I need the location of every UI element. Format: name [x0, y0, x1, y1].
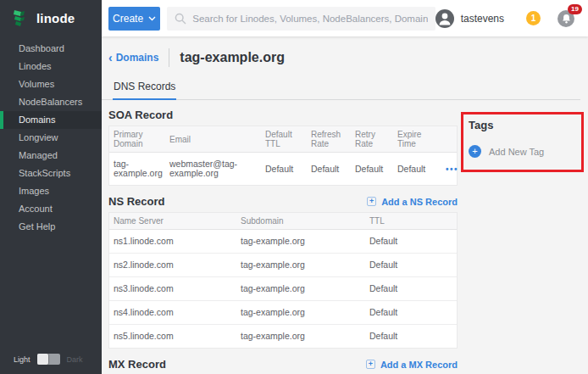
- username[interactable]: tastevens: [461, 13, 504, 25]
- soa-expire-time: Default: [393, 158, 441, 181]
- create-button[interactable]: Create: [108, 7, 160, 31]
- ns-ttl: Default: [365, 277, 457, 300]
- sidebar-nav: Dashboard Linodes Volumes NodeBalancers …: [0, 40, 102, 236]
- sidebar-item-label: Account: [19, 204, 53, 214]
- ns-name-server: ns5.linode.com: [109, 325, 236, 348]
- search-icon: [175, 13, 186, 25]
- breadcrumb: ‹ Domains tag-example.org: [108, 47, 588, 69]
- column-header: Expire Time: [393, 126, 441, 152]
- ns-subdomain: tag-example.org: [236, 254, 365, 276]
- records-column: SOA Record Primary Domain Email Default …: [108, 109, 458, 374]
- back-chevron-icon: ‹: [108, 53, 113, 63]
- sidebar-item-volumes[interactable]: Volumes: [0, 75, 102, 93]
- ns-ttl: Default: [365, 301, 457, 324]
- add-mx-record-label: Add a MX Record: [380, 360, 458, 370]
- add-mx-record-button[interactable]: + Add a MX Record: [366, 360, 458, 370]
- mx-section-header: MX Record + Add a MX Record: [108, 358, 458, 371]
- theme-toggle-knob: [37, 354, 48, 365]
- column-header: Subdomain: [236, 213, 365, 229]
- ns-subdomain: tag-example.org: [236, 301, 365, 324]
- search-input[interactable]: [192, 14, 427, 24]
- ns-section-header: NS Record + Add a NS Record: [108, 195, 458, 208]
- sidebar-item-label: Volumes: [19, 79, 54, 89]
- soa-refresh-rate: Default: [307, 158, 351, 181]
- column-header: Email: [165, 131, 261, 148]
- create-button-label: Create: [113, 13, 143, 25]
- sidebar-item-label: Managed: [19, 150, 58, 160]
- soa-table: Primary Domain Email Default TTL Refresh…: [108, 126, 458, 186]
- sidebar-item-label: Linodes: [19, 61, 52, 71]
- plus-circle-icon: +: [469, 145, 481, 158]
- sidebar-item-longview[interactable]: Longview: [0, 129, 102, 147]
- sidebar-item-stackscripts[interactable]: StackScripts: [0, 165, 102, 182]
- sidebar: linode Dashboard Linodes Volumes NodeBal…: [0, 0, 102, 374]
- theme-dark-label: Dark: [67, 355, 83, 364]
- linode-logo-icon: [11, 8, 31, 28]
- sidebar-item-get-help[interactable]: Get Help: [0, 218, 102, 236]
- topbar-right: tastevens 1 19: [435, 9, 588, 28]
- search-box[interactable]: [167, 7, 435, 31]
- soa-actions-menu-icon[interactable]: •••: [441, 158, 463, 181]
- page-title: tag-example.org: [180, 50, 285, 65]
- pending-events-badge[interactable]: 1: [526, 11, 541, 25]
- ns-ttl: Default: [365, 325, 457, 348]
- ns-name-server: ns1.linode.com: [109, 230, 236, 253]
- breadcrumb-back-link[interactable]: ‹ Domains: [108, 52, 158, 64]
- ns-section-title: NS Record: [108, 195, 164, 208]
- notifications-button[interactable]: 19: [557, 10, 574, 27]
- sidebar-item-label: Get Help: [19, 221, 55, 232]
- soa-email: webmaster@tag-example.org: [165, 153, 261, 185]
- theme-toggle-switch[interactable]: [37, 354, 60, 365]
- column-header: Primary Domain: [109, 126, 165, 152]
- sidebar-item-label: StackScripts: [19, 168, 70, 178]
- sidebar-item-label: NodeBalancers: [19, 97, 82, 107]
- add-ns-record-button[interactable]: + Add a NS Record: [367, 197, 458, 207]
- sidebar-item-nodebalancers[interactable]: NodeBalancers: [0, 93, 102, 111]
- tab-bar: DNS Records: [102, 76, 580, 100]
- ns-table: Name Server Subdomain TTL ns1.linode.com…: [108, 212, 458, 349]
- plus-box-icon: +: [367, 197, 376, 206]
- column-header: Retry Rate: [351, 126, 393, 152]
- column-header: TTL: [365, 213, 457, 229]
- avatar[interactable]: [435, 9, 454, 28]
- sidebar-item-images[interactable]: Images: [0, 182, 102, 200]
- soa-default-ttl: Default: [261, 158, 307, 181]
- ns-subdomain: tag-example.org: [236, 325, 365, 348]
- ns-record-row: ns1.linode.com tag-example.org Default: [109, 230, 457, 254]
- ns-subdomain: tag-example.org: [236, 277, 365, 300]
- sidebar-item-linodes[interactable]: Linodes: [0, 58, 102, 75]
- plus-box-icon: +: [366, 360, 375, 369]
- sidebar-item-domains[interactable]: Domains: [0, 111, 102, 129]
- tab-dns-records[interactable]: DNS Records: [113, 76, 176, 100]
- soa-primary-domain: tag-example.org: [109, 153, 165, 185]
- user-icon: [435, 9, 454, 28]
- linode-logo[interactable]: linode: [0, 0, 102, 38]
- sidebar-item-managed[interactable]: Managed: [0, 147, 102, 165]
- ns-ttl: Default: [365, 230, 457, 253]
- soa-retry-rate: Default: [351, 158, 393, 181]
- notification-count-badge: 19: [568, 4, 582, 14]
- soa-section-title: SOA Record: [108, 109, 458, 121]
- ns-record-row: ns5.linode.com tag-example.org Default: [109, 325, 457, 348]
- ns-record-row: ns2.linode.com tag-example.org Default: [109, 254, 457, 277]
- mx-section-title: MX Record: [108, 358, 166, 371]
- ns-name-server: ns3.linode.com: [109, 277, 236, 300]
- sidebar-item-label: Longview: [19, 132, 58, 142]
- breadcrumb-divider: [169, 48, 169, 67]
- sidebar-item-account[interactable]: Account: [0, 200, 102, 218]
- ns-subdomain: tag-example.org: [236, 230, 365, 253]
- ns-ttl: Default: [365, 254, 457, 276]
- sidebar-item-dashboard[interactable]: Dashboard: [0, 40, 102, 58]
- main-content: ‹ Domains tag-example.org DNS Records SO…: [102, 36, 588, 374]
- sidebar-item-label: Images: [19, 186, 49, 196]
- soa-record-row: tag-example.org webmaster@tag-example.or…: [109, 153, 457, 185]
- add-new-tag-button[interactable]: + Add New Tag: [469, 145, 584, 158]
- ns-name-server: ns4.linode.com: [109, 301, 236, 324]
- tags-panel: Tags + Add New Tag: [469, 119, 584, 158]
- column-header: Default TTL: [261, 126, 307, 152]
- soa-table-header: Primary Domain Email Default TTL Refresh…: [109, 126, 457, 153]
- column-header: [441, 136, 457, 142]
- chevron-down-icon: [148, 16, 156, 21]
- add-new-tag-label: Add New Tag: [489, 147, 544, 157]
- ns-record-row: ns3.linode.com tag-example.org Default: [109, 277, 457, 301]
